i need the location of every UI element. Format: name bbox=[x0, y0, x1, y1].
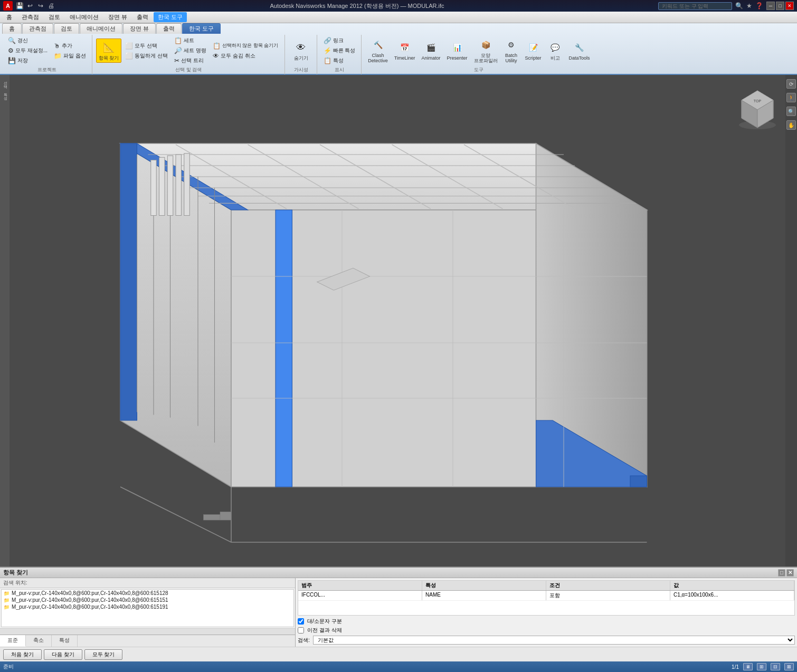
find-all-button[interactable]: 모두 찾기 bbox=[84, 649, 123, 660]
tab-properties[interactable]: 특성 bbox=[52, 635, 78, 647]
ribbon-btn-select-same[interactable]: ⬜동일하게 선택 bbox=[122, 51, 170, 61]
menu-review[interactable]: 검토 bbox=[44, 12, 64, 22]
ribbon-tab-review[interactable]: 검토 bbox=[54, 23, 79, 34]
ribbon-btn-hide[interactable]: 👁 숨기기 bbox=[291, 39, 311, 63]
ribbon: 홈 관측점 검토 애니메이션 장면 뷰 출력 한국 도구 🔍경신 ⚙모두 재설정… bbox=[0, 23, 797, 75]
left-panel-btn-1[interactable]: 선택 bbox=[1, 77, 8, 88]
status-bar: 준비 1/1 🖥 ⊞ ⊟ ⊠ bbox=[0, 661, 797, 672]
ribbon-tab-animation[interactable]: 애니메이션 bbox=[80, 23, 122, 34]
ribbon-btn-clash-detective[interactable]: 🔨 ClashDetective bbox=[365, 36, 391, 65]
tab-reduce[interactable]: 축소 bbox=[26, 635, 52, 647]
list-item-icon: 📁 bbox=[4, 604, 10, 610]
ribbon-btn-set-command[interactable]: 🔎세트 명령 bbox=[172, 46, 209, 55]
nav-cube[interactable]: TOP bbox=[734, 85, 781, 133]
cell-condition: 포함 bbox=[546, 591, 670, 600]
ribbon-btn-batch-utility[interactable]: ⚙ BatchUtility bbox=[501, 36, 521, 65]
ribbon-tabs: 홈 관측점 검토 애니메이션 장면 뷰 출력 한국 도구 bbox=[0, 23, 797, 34]
search-select[interactable]: 기본값 bbox=[313, 636, 795, 645]
menu-scene[interactable]: 장면 뷰 bbox=[104, 12, 131, 22]
ribbon-btn-save[interactable]: 💾저장 bbox=[5, 56, 50, 65]
delete-prev-checkbox[interactable] bbox=[298, 627, 304, 633]
ribbon-btn-select-all[interactable]: ⬜모두 선택 bbox=[122, 41, 170, 51]
ribbon-btn-shape-profiler[interactable]: 📦 모양프로파일러 bbox=[471, 36, 500, 65]
menu-home[interactable]: 홈 bbox=[2, 12, 16, 22]
menu-bar: 홈 관측점 검토 애니메이션 장면 뷰 출력 한국 도구 bbox=[0, 12, 797, 23]
cell-category: IFCCOL... bbox=[298, 591, 422, 600]
ribbon-tab-scene[interactable]: 장면 뷰 bbox=[123, 23, 156, 34]
menu-viewpoint[interactable]: 관측점 bbox=[17, 12, 43, 22]
app-title: Autodesk Navisworks Manage 2012 (학생용 버전)… bbox=[56, 2, 658, 10]
right-walk-btn[interactable]: 🚶 bbox=[786, 93, 796, 102]
ribbon-btn-unhide-all[interactable]: 👁모두 숨김 취소 bbox=[210, 51, 281, 61]
tab-standard[interactable]: 표준 bbox=[0, 635, 26, 647]
tools-buttons: 🔨 ClashDetective 📅 TimeLiner 🎬 Animator … bbox=[365, 36, 592, 65]
maximize-btn[interactable]: □ bbox=[776, 2, 784, 10]
ribbon-tab-home[interactable]: 홈 bbox=[2, 23, 22, 34]
ribbon-tab-viewpoint[interactable]: 관측점 bbox=[22, 23, 53, 34]
list-item[interactable]: 📁 M_pur-v:pur,Cr-140x40x0,8@600:pur,Cr-1… bbox=[2, 590, 293, 597]
page-info: 1/1 bbox=[732, 664, 739, 670]
status-btn-4[interactable]: ⊠ bbox=[784, 663, 794, 670]
status-btn-1[interactable]: 🖥 bbox=[743, 663, 753, 670]
list-item[interactable]: 📁 M_pur-v:pur,Cr-140x40x0,8@600:pur,Cr-1… bbox=[2, 597, 293, 603]
ribbon-btn-hide-unselected[interactable]: 📋선택하지 않은 항목 숨기기 bbox=[210, 41, 281, 51]
first-find-button[interactable]: 처음 찾기 bbox=[3, 649, 42, 660]
right-zoom-btn[interactable]: 🔍 bbox=[786, 107, 796, 116]
list-item[interactable]: 📁 M_pur-v:pur,Cr-140x40x0,8@600:pur,Cr-1… bbox=[2, 603, 293, 610]
menu-korea-tools[interactable]: 한국 도구 bbox=[154, 12, 187, 22]
ribbon-btn-timeliner[interactable]: 📅 TimeLiner bbox=[392, 39, 418, 63]
status-btn-3[interactable]: ⊟ bbox=[771, 663, 780, 670]
ribbon-btn-refresh[interactable]: 🔍경신 bbox=[5, 36, 50, 45]
ribbon-tab-koreatools[interactable]: 한국 도구 bbox=[182, 23, 221, 34]
qa-undo-btn[interactable]: ↩ bbox=[25, 1, 35, 11]
ribbon-btn-presenter[interactable]: 📊 Presenter bbox=[444, 39, 470, 63]
right-pan-btn[interactable]: ✋ bbox=[786, 120, 796, 130]
star-btn[interactable]: ★ bbox=[746, 2, 752, 9]
svg-marker-12 bbox=[120, 143, 137, 420]
search-btn[interactable]: 🔍 bbox=[735, 2, 743, 9]
status-text: 준비 bbox=[3, 663, 14, 670]
ribbon-btn-link[interactable]: 🔗링크 bbox=[321, 36, 358, 45]
status-btn-2[interactable]: ⊞ bbox=[757, 663, 766, 670]
ribbon-btn-select-tree[interactable]: ✂선택 트리 bbox=[172, 56, 209, 65]
ribbon-btn-sets[interactable]: 📋세트 bbox=[172, 36, 209, 45]
menu-animation[interactable]: 애니메이션 bbox=[65, 12, 103, 22]
search-table-header: 범주 특성 조건 값 bbox=[298, 581, 794, 591]
ribbon-btn-datatools[interactable]: 🔧 DataTools bbox=[566, 39, 593, 63]
ribbon-tab-output[interactable]: 출력 bbox=[156, 23, 182, 34]
ribbon-btn-file-options[interactable]: 📁파일 옵션 bbox=[51, 51, 89, 61]
help-btn[interactable]: ❓ bbox=[755, 2, 763, 9]
next-find-button[interactable]: 다음 찾기 bbox=[44, 649, 82, 660]
qa-print-btn[interactable]: 🖨 bbox=[46, 1, 56, 11]
ribbon-btn-find-items[interactable]: 📐 항목 찾기 bbox=[96, 39, 122, 63]
ribbon-btn-add[interactable]: 🖱추가 bbox=[51, 41, 89, 51]
case-sensitive-row: 대/소문자 구분 bbox=[298, 618, 795, 625]
horizontal-scrollbar[interactable] bbox=[0, 628, 295, 635]
panel-minimize-btn[interactable]: □ bbox=[778, 569, 785, 577]
ribbon-btn-scripter[interactable]: 📝 Scripter bbox=[523, 39, 544, 63]
panel-close-btn[interactable]: ✕ bbox=[786, 569, 794, 577]
ribbon-group-select-label: 선택 및 검색 bbox=[175, 65, 202, 73]
title-search-input[interactable] bbox=[658, 2, 732, 10]
ribbon-group-project-label: 프로젝트 bbox=[37, 65, 56, 73]
qa-redo-btn[interactable]: ↪ bbox=[36, 1, 45, 11]
svg-text:TOP: TOP bbox=[754, 99, 762, 103]
close-btn[interactable]: ✕ bbox=[785, 2, 794, 10]
qa-save-btn[interactable]: 💾 bbox=[15, 1, 24, 11]
svg-marker-13 bbox=[276, 210, 292, 487]
ribbon-btn-notes[interactable]: 💬 비고 bbox=[545, 39, 565, 63]
ribbon-btn-properties[interactable]: 📋특성 bbox=[321, 56, 358, 65]
right-orbit-btn[interactable]: ⟳ bbox=[786, 79, 796, 89]
ribbon-btn-reset-all[interactable]: ⚙모두 재설정... bbox=[5, 46, 50, 55]
search-results-list[interactable]: 📁 M_pur-v:pur,Cr-140x40x0,8@600:pur,Cr-1… bbox=[1, 589, 294, 627]
case-sensitive-checkbox[interactable] bbox=[298, 618, 304, 625]
col-value: 값 bbox=[670, 581, 794, 590]
left-panel-btn-2[interactable]: 특성 bbox=[1, 89, 8, 99]
minimize-btn[interactable]: ─ bbox=[766, 2, 775, 10]
search-table-row[interactable]: IFCCOL... NAME 포함 C1,α=100x100x6... bbox=[298, 591, 794, 601]
menu-output[interactable]: 출력 bbox=[132, 12, 153, 22]
ribbon-btn-quick-props[interactable]: ⚡빠른 특성 bbox=[321, 46, 358, 55]
ribbon-btn-animator[interactable]: 🎬 Animator bbox=[419, 39, 443, 63]
ribbon-group-visibility-label: 가시성 bbox=[294, 65, 308, 73]
search-location-label: 검색 위치: bbox=[0, 578, 295, 588]
